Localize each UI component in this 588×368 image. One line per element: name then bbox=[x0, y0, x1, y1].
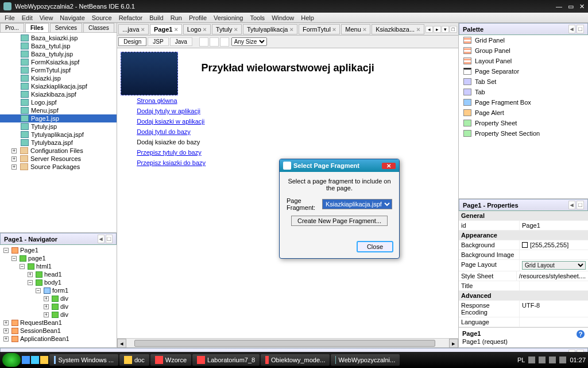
minimize-button[interactable]: — bbox=[556, 3, 562, 10]
help-icon[interactable]: ? bbox=[577, 330, 585, 338]
taskbar-item[interactable]: System Windows ... bbox=[49, 354, 118, 366]
taskbar-item[interactable]: Laboratorium7_8 bbox=[192, 354, 260, 366]
dialog-close-icon[interactable]: ✕ bbox=[382, 163, 396, 169]
nav-node[interactable]: form1 bbox=[52, 287, 68, 294]
collapse-icon[interactable]: − bbox=[3, 248, 9, 253]
nav-node[interactable]: head1 bbox=[44, 271, 62, 278]
browser-preview-icon[interactable] bbox=[210, 37, 219, 47]
menu-tools[interactable]: Tools bbox=[247, 14, 267, 21]
tab-close-icon[interactable]: × bbox=[203, 26, 206, 33]
file-item[interactable]: Baza_ksiazki.jsp bbox=[31, 34, 78, 41]
tab-classes[interactable]: Classes bbox=[83, 23, 114, 32]
nav-node[interactable]: html1 bbox=[36, 263, 52, 270]
prop-value[interactable]: Page1 bbox=[519, 221, 588, 230]
tab-close-icon[interactable]: × bbox=[363, 26, 366, 33]
editor-tab[interactable]: Page1× bbox=[150, 24, 182, 34]
prop-category[interactable]: General bbox=[459, 211, 588, 220]
expand-icon[interactable]: + bbox=[28, 272, 33, 277]
file-item[interactable]: Logo.jspf bbox=[31, 99, 57, 106]
scroll-right-icon[interactable]: ▸ bbox=[449, 339, 458, 348]
file-item[interactable]: Tytuly.jsp bbox=[31, 123, 57, 130]
tab-prev-icon[interactable]: ◂ bbox=[425, 26, 433, 33]
collapse-icon[interactable]: − bbox=[28, 280, 33, 285]
tab-services[interactable]: Services bbox=[50, 23, 82, 32]
quicklaunch-icon[interactable] bbox=[22, 356, 30, 364]
prop-value[interactable] bbox=[519, 281, 588, 290]
palette-item[interactable]: Layout Panel bbox=[459, 56, 588, 66]
toggle-grid-icon[interactable] bbox=[199, 37, 208, 47]
tab-close-icon[interactable]: × bbox=[332, 26, 336, 33]
prop-category[interactable]: Advanced bbox=[459, 291, 588, 300]
canvas-hscrollbar[interactable]: ◂ ▸ bbox=[117, 338, 458, 347]
palette-item[interactable]: Property Sheet bbox=[459, 118, 588, 128]
folder-item[interactable]: Configuration Files bbox=[30, 147, 83, 154]
file-item[interactable]: Ksiazkiaplikacja.jspf bbox=[31, 83, 87, 90]
menu-view[interactable]: View bbox=[37, 14, 56, 21]
menu-profile[interactable]: Profile bbox=[187, 14, 209, 21]
file-item[interactable]: FormKsiazka.jspf bbox=[31, 59, 79, 66]
file-item[interactable]: Page1.jsp bbox=[31, 115, 59, 122]
panel-close-icon[interactable]: □ bbox=[106, 235, 113, 243]
expand-icon[interactable]: + bbox=[3, 320, 9, 325]
tab-next-icon[interactable]: ▸ bbox=[434, 26, 441, 33]
menu-link[interactable]: Dodaj ksiazki w aplikacji bbox=[137, 118, 456, 125]
editor-tab[interactable]: Logo× bbox=[183, 24, 211, 34]
tab-close-icon[interactable]: × bbox=[234, 26, 238, 33]
menu-run[interactable]: Run bbox=[168, 14, 184, 21]
tab-projects[interactable]: Pro... bbox=[0, 23, 24, 32]
file-item[interactable]: Menu.jspf bbox=[31, 107, 59, 114]
collapse-icon[interactable]: − bbox=[36, 288, 41, 293]
menu-window[interactable]: Window bbox=[269, 14, 296, 21]
menu-link[interactable]: Przepisz tytuly do bazy bbox=[137, 149, 456, 156]
menu-link[interactable]: Dodaj tytul do bazy bbox=[137, 128, 456, 135]
panel-min-icon[interactable]: ◂ bbox=[568, 201, 575, 209]
tab-close-icon[interactable]: × bbox=[416, 26, 420, 33]
lang-indicator[interactable]: PL bbox=[517, 356, 525, 363]
file-item[interactable]: Tytulybaza.jspf bbox=[31, 139, 73, 146]
expand-icon[interactable]: + bbox=[3, 328, 9, 334]
nav-node[interactable]: div bbox=[60, 295, 68, 302]
palette-item[interactable]: Grid Panel bbox=[459, 35, 588, 45]
tab-list-icon[interactable]: ▾ bbox=[442, 26, 449, 33]
menu-build[interactable]: Build bbox=[147, 14, 165, 21]
expand-icon[interactable]: + bbox=[44, 304, 49, 309]
expand-icon[interactable]: + bbox=[11, 156, 17, 162]
view-design-button[interactable]: Design bbox=[118, 37, 146, 46]
palette-item[interactable]: Page Alert bbox=[459, 108, 588, 118]
nav-bean[interactable]: SessionBean1 bbox=[20, 327, 61, 334]
taskbar-item[interactable]: Obiektowy_mode... bbox=[261, 354, 330, 366]
taskbar-item[interactable]: Wzorce bbox=[150, 354, 191, 366]
tab-close-icon[interactable]: × bbox=[141, 26, 145, 33]
scroll-thumb[interactable] bbox=[134, 340, 435, 347]
collapse-icon[interactable]: − bbox=[11, 256, 17, 261]
file-item[interactable]: Baza_tytuly.jsp bbox=[31, 51, 73, 57]
expand-icon[interactable]: + bbox=[11, 164, 17, 170]
taskbar-item[interactable]: doc bbox=[119, 354, 149, 366]
dialog-titlebar[interactable]: Select Page Fragment ✕ bbox=[280, 159, 399, 172]
expand-icon[interactable]: + bbox=[44, 312, 49, 317]
expand-icon[interactable]: + bbox=[3, 336, 9, 342]
file-item[interactable]: FormTytul.jspf bbox=[31, 67, 71, 74]
menu-versioning[interactable]: Versioning bbox=[211, 14, 245, 21]
taskbar-item[interactable]: WebWypozyczalni... bbox=[331, 354, 400, 366]
tray-icon[interactable] bbox=[549, 356, 556, 363]
size-select[interactable]: Any Size bbox=[231, 37, 267, 46]
prop-value[interactable] bbox=[519, 250, 588, 259]
editor-tab[interactable]: Tytulyaplikacja× bbox=[243, 24, 297, 34]
prop-value[interactable]: Grid Layout bbox=[519, 260, 588, 271]
menu-source[interactable]: Source bbox=[90, 14, 114, 21]
file-item[interactable]: Baza_tytul.jsp bbox=[31, 43, 70, 49]
tab-max-icon[interactable]: □ bbox=[450, 26, 457, 33]
editor-tab[interactable]: Menu× bbox=[341, 24, 370, 34]
panel-close-icon[interactable]: □ bbox=[577, 201, 584, 209]
nav-node[interactable]: div bbox=[60, 311, 68, 318]
prop-category[interactable]: Appearance bbox=[459, 231, 588, 240]
palette-item[interactable]: Page Fragment Box bbox=[459, 97, 588, 108]
scroll-left-icon[interactable]: ◂ bbox=[117, 339, 126, 348]
view-java-button[interactable]: Java bbox=[170, 37, 192, 46]
editor-tab[interactable]: ...java× bbox=[118, 24, 149, 34]
create-fragment-button[interactable]: Create New Page Fragment... bbox=[291, 216, 388, 226]
prop-value[interactable]: /resources/stylesheet.... bbox=[516, 271, 588, 281]
palette-item[interactable]: Property Sheet Section bbox=[459, 128, 588, 139]
nav-node[interactable]: page1 bbox=[28, 255, 46, 262]
